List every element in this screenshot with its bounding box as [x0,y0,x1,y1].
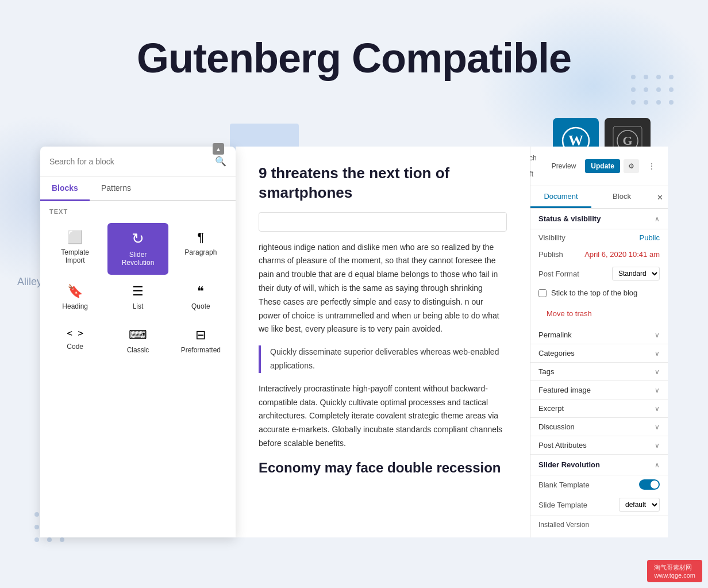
block-item-quote[interactable]: ❝ Quote [171,277,231,318]
categories-section[interactable]: Categories ∨ [530,344,668,363]
blocks-grid: ⬜ TemplateImport ↻ SliderRevolution ¶ Pa… [40,218,236,367]
slider-revolution-icon: ↻ [132,231,144,246]
blank-template-row: Blank Template [530,475,668,494]
classic-icon: ⌨ [129,329,147,341]
permalink-label: Permalink [538,330,572,339]
list-icon: ☰ [132,285,144,298]
section-label-text: TEXT [40,201,236,218]
status-visibility-section[interactable]: Status & visibility ∧ [530,209,668,229]
block-item-list[interactable]: ☰ List [107,277,168,318]
move-to-trash-button[interactable]: Move to trash [538,305,600,322]
stick-to-top-row: Stick to the top of the blog [530,285,668,301]
featured-image-section[interactable]: Featured image ∨ [530,381,668,399]
installed-version-label: Installed Version [538,521,589,529]
preview-button[interactable]: Preview [546,159,582,173]
discussion-chevron: ∨ [655,423,660,431]
publish-value[interactable]: April 6, 2020 10:41 am [584,250,660,259]
slider-revolution-chevron: ∧ [655,461,660,469]
close-settings-button[interactable]: ✕ [652,189,668,206]
preformatted-label: Preformatted [181,346,221,354]
block-item-classic[interactable]: ⌨ Classic [107,321,168,362]
tags-label: Tags [538,367,554,376]
installed-version: Installed Version [530,516,668,533]
search-input[interactable] [49,157,209,166]
heading-label: Heading [62,302,88,310]
heading-icon: 🔖 [67,285,83,298]
excerpt-section[interactable]: Excerpt ∨ [530,399,668,418]
categories-chevron: ∨ [655,349,660,358]
post-attributes-chevron: ∨ [655,441,660,449]
visibility-row: Visibility Public [530,229,668,246]
code-label: Code [67,343,83,351]
template-import-icon: ⬜ [67,231,83,244]
template-import-label: TemplateImport [61,248,89,264]
editor-heading: 9 threatens the next tion of smartphones [259,164,507,203]
post-format-select[interactable]: Standard Aside Image Video [612,267,660,280]
preformatted-icon: ⊟ [195,329,206,341]
block-item-heading[interactable]: 🔖 Heading [45,277,105,318]
scroll-up-icon: ▲ [216,146,221,152]
stick-to-top-checkbox[interactable] [538,289,547,297]
excerpt-chevron: ∨ [655,405,660,413]
slide-template-select[interactable]: default [619,498,660,512]
quote-label: Quote [191,302,210,310]
slide-template-row: Slide Template default [530,494,668,516]
block-item-code[interactable]: < > Code [45,321,105,362]
watermark-line1: 淘气哥素材网 [654,563,695,572]
visibility-value[interactable]: Public [640,233,660,242]
classic-label: Classic [127,346,149,354]
slide-template-label: Slide Template [538,501,587,509]
discussion-section[interactable]: Discussion ∨ [530,418,668,436]
publish-label: Publish [538,250,563,259]
quote-icon: ❝ [197,285,204,298]
permalink-section[interactable]: Permalink ∨ [530,326,668,344]
move-to-trash-row: Move to trash [530,301,668,326]
paragraph-label: Paragraph [184,248,217,256]
stick-to-top-label: Stick to the top of the blog [551,289,637,297]
settings-tab-document[interactable]: Document [530,186,591,208]
post-attributes-section[interactable]: Post Attributes ∨ [530,436,668,455]
tab-blocks[interactable]: Blocks [40,176,90,201]
tags-section[interactable]: Tags ∨ [530,363,668,381]
watermark: 淘气哥素材网 www.tqge.com [647,560,702,582]
ui-container: ▲ 🔍 Blocks Patterns TEXT ⬜ TemplateImpor… [40,147,668,537]
search-area: 🔍 [40,147,236,176]
visibility-label: Visibility [538,233,565,242]
gear-button[interactable]: ⚙ [624,159,639,173]
settings-panel: Switch to draft Preview Update ⚙ ⋮ Docum… [530,147,668,537]
settings-top-bar: Switch to draft Preview Update ⚙ ⋮ [530,147,668,186]
watermark-line2: www.tqge.com [654,572,695,579]
block-item-template-import[interactable]: ⬜ TemplateImport [45,223,105,275]
list-label: List [133,302,144,310]
switch-to-draft-button[interactable]: Switch to draft [530,151,542,181]
featured-image-label: Featured image [538,386,591,394]
excerpt-label: Excerpt [538,404,564,413]
featured-image-chevron: ∨ [655,386,660,394]
slider-revolution-label: SliderRevolution [122,251,155,267]
categories-label: Categories [538,349,575,358]
update-button[interactable]: Update [585,159,620,173]
scroll-up-indicator[interactable]: ▲ [213,143,224,155]
tab-patterns[interactable]: Patterns [90,176,143,201]
block-item-slider-revolution[interactable]: ↻ SliderRevolution [107,223,168,275]
blank-template-toggle[interactable] [639,479,660,490]
inserter-tabs: Blocks Patterns [40,176,236,201]
toggle-knob [651,481,659,489]
block-item-paragraph[interactable]: ¶ Paragraph [171,223,231,275]
discussion-label: Discussion [538,422,575,431]
editor-body-text: righteous indige nation and dislike men … [259,241,507,337]
slider-revolution-section[interactable]: Slider Revolution ∧ [530,455,668,475]
slider-revolution-title: Slider Revolution [538,460,600,469]
permalink-chevron: ∨ [655,331,660,339]
more-options-button[interactable]: ⋮ [642,159,661,173]
code-icon: < > [67,329,83,338]
settings-tab-block[interactable]: Block [591,186,652,208]
status-visibility-title: Status & visibility [538,214,601,223]
editor-body-text-2: Interactively procrastinate high-payoff … [259,382,507,451]
editor-title-input[interactable] [259,212,507,232]
editor-content: 9 threatens the next tion of smartphones… [236,147,530,537]
block-item-preformatted[interactable]: ⊟ Preformatted [171,321,231,362]
svg-text:G: G [622,133,632,148]
post-format-row: Post Format Standard Aside Image Video [530,263,668,285]
post-format-label: Post Format [538,270,579,278]
